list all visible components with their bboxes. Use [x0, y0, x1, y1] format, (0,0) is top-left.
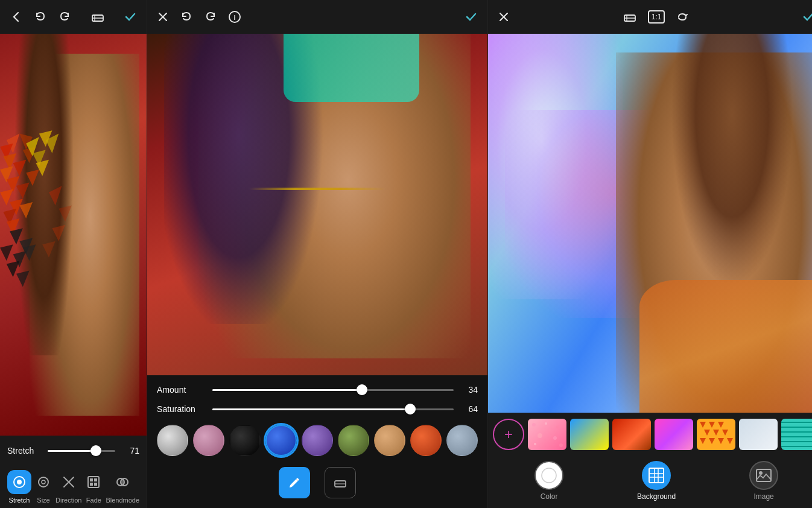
svg-text:i: i	[234, 14, 236, 21]
confirm-button-3[interactable]	[802, 10, 812, 24]
blendmode-icon	[110, 470, 135, 494]
bg-type-image[interactable]: Image	[749, 461, 778, 501]
stretch-value: 71	[122, 446, 139, 456]
brush-button[interactable]	[279, 467, 310, 498]
topbar-3: 1:1	[488, 0, 812, 34]
undo-button[interactable]	[34, 10, 47, 24]
redo-icon	[58, 10, 71, 24]
svg-point-35	[17, 480, 22, 484]
stretch-slider-thumb[interactable]	[90, 445, 101, 456]
eraser-button-1[interactable]	[90, 10, 105, 24]
stretch-slider-track[interactable]	[48, 450, 115, 452]
thumb-light[interactable]	[739, 419, 778, 450]
stretch-svg	[12, 475, 27, 489]
thumb-tri-pattern	[697, 419, 735, 450]
ratio-button[interactable]: 1:1	[648, 10, 665, 24]
redo-button-2[interactable]	[204, 10, 217, 24]
swatch-tan[interactable]	[374, 425, 405, 456]
swatch-orange[interactable]	[410, 425, 442, 456]
eraser-button-3[interactable]	[623, 10, 637, 24]
swatch-olive[interactable]	[338, 425, 369, 456]
swatch-mauve[interactable]	[193, 425, 224, 456]
topbar-left-2: i	[157, 10, 241, 24]
tool-blendmode[interactable]: Blendmode	[106, 470, 139, 504]
topbar-left-3	[498, 11, 510, 23]
fade-label-tool: Fade	[86, 497, 101, 504]
svg-point-62	[538, 433, 542, 438]
image-type-label: Image	[753, 492, 773, 501]
svg-rect-40	[88, 477, 99, 487]
bottom-bar-2: Amount 34 Saturation 64	[147, 375, 487, 508]
back-button[interactable]	[10, 10, 23, 24]
stretch-label-tool: Stretch	[9, 497, 30, 504]
thumb-red[interactable]	[612, 419, 651, 450]
tool-fade[interactable]: Fade	[81, 470, 106, 504]
undo-icon	[34, 10, 47, 24]
image-area-1	[0, 34, 147, 436]
eraser-icon-3	[623, 10, 637, 24]
image-icon-svg	[755, 466, 773, 484]
swatch-grayblue[interactable]	[446, 425, 478, 456]
color-swatches	[147, 419, 487, 462]
swatch-blue[interactable]	[265, 425, 297, 456]
color-type-icon	[534, 461, 563, 490]
thumb-pink-purple[interactable]	[655, 419, 693, 450]
thumb-pink-dots[interactable]	[528, 419, 566, 450]
close-icon-3	[498, 11, 510, 23]
eraser-tool-icon	[332, 475, 348, 491]
thumb-pattern-1	[528, 419, 566, 450]
amount-label: Amount	[157, 385, 205, 395]
thumb-teal[interactable]	[781, 419, 812, 450]
amount-track[interactable]	[212, 389, 454, 391]
svg-marker-67	[709, 422, 715, 428]
amount-value: 34	[461, 385, 478, 395]
saturation-fill	[212, 408, 410, 410]
ratio-label: 1:1	[652, 13, 662, 21]
thumb-triangles[interactable]	[697, 419, 735, 450]
background-icon-svg	[647, 466, 665, 484]
topbar-right-1	[124, 10, 137, 24]
confirm-button-1[interactable]	[124, 10, 137, 24]
close-button-3[interactable]	[498, 11, 510, 23]
svg-rect-41	[90, 478, 93, 481]
check-icon-1	[124, 10, 137, 24]
tool-direction[interactable]: Direction	[56, 470, 81, 504]
saturation-track[interactable]	[212, 408, 454, 410]
color-circle-icon	[540, 466, 558, 484]
close-button-2[interactable]	[157, 11, 169, 23]
saturation-label: Saturation	[157, 404, 205, 414]
svg-rect-89	[756, 469, 771, 481]
eraser-tool-button[interactable]	[325, 467, 356, 498]
topbar-left-1	[10, 10, 71, 24]
add-background-button[interactable]: +	[493, 419, 524, 450]
bottom-bar-3: +	[488, 413, 812, 508]
svg-point-64	[534, 443, 536, 445]
thumb-blue-yellow[interactable]	[570, 419, 609, 450]
saturation-thumb[interactable]	[405, 404, 416, 414]
stretch-slider-fill	[48, 450, 96, 452]
swatch-purple[interactable]	[302, 425, 333, 456]
tool-size[interactable]: Size	[31, 470, 56, 504]
fade-svg	[86, 475, 101, 489]
saturation-value: 64	[461, 404, 478, 414]
stretch-slider-row: Stretch 71	[7, 436, 139, 466]
color-type-label: Color	[541, 492, 558, 501]
swatch-silver[interactable]	[157, 425, 188, 456]
teal-element	[284, 34, 420, 102]
swatch-black[interactable]	[229, 425, 261, 456]
thumb-teal-pattern	[781, 419, 812, 450]
confirm-button-2[interactable]	[465, 10, 478, 24]
direction-icon	[57, 470, 81, 494]
svg-point-59	[532, 423, 536, 427]
svg-marker-73	[709, 438, 715, 444]
bg-type-background[interactable]: Background	[637, 461, 676, 501]
redo-button[interactable]	[58, 10, 71, 24]
topbar-center-1	[90, 10, 105, 24]
refresh-button[interactable]	[676, 10, 689, 24]
info-button[interactable]: i	[228, 10, 241, 24]
amount-thumb[interactable]	[357, 384, 367, 395]
bg-type-color[interactable]: Color	[534, 461, 563, 501]
direction-label-tool: Direction	[56, 497, 81, 504]
tool-stretch[interactable]: Stretch	[7, 470, 31, 504]
undo-button-2[interactable]	[180, 10, 193, 24]
